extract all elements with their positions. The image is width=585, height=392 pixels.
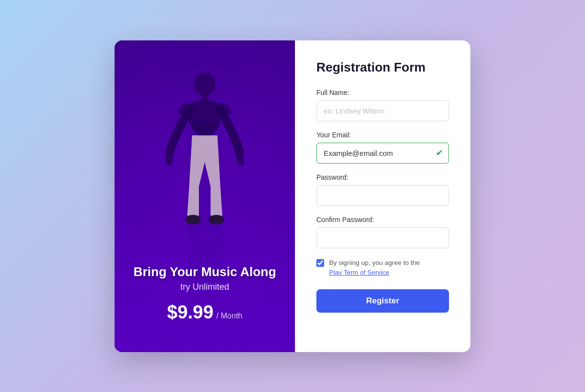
- full-name-wrapper: [316, 100, 449, 121]
- email-label: Your Email:: [316, 131, 449, 139]
- confirm-password-input[interactable]: [316, 227, 449, 248]
- terms-link[interactable]: Play Term of Service: [329, 269, 390, 276]
- left-content: Bring Your Music Along try Unlimited $9.…: [115, 264, 295, 322]
- password-input[interactable]: [316, 185, 449, 206]
- main-card: Bring Your Music Along try Unlimited $9.…: [115, 40, 470, 352]
- price-period: / Month: [216, 312, 242, 320]
- svg-point-5: [185, 215, 201, 224]
- tagline-sub: try Unlimited: [115, 282, 295, 292]
- confirm-password-group: Confirm Password:: [316, 216, 449, 248]
- email-group: Your Email: ✔: [316, 131, 449, 164]
- price-amount: $9.99: [167, 302, 214, 323]
- confirm-password-label: Confirm Password:: [316, 216, 449, 224]
- tagline-main: Bring Your Music Along: [115, 264, 295, 280]
- password-group: Password:: [316, 173, 449, 206]
- full-name-group: Full Name:: [316, 89, 449, 121]
- svg-point-6: [209, 215, 224, 224]
- email-wrapper: ✔: [316, 143, 449, 164]
- full-name-input[interactable]: [316, 100, 449, 121]
- price-container: $9.99 / Month: [115, 302, 295, 323]
- right-panel: Registration Form Full Name: Your Email:…: [295, 40, 470, 352]
- form-title: Registration Form: [316, 60, 449, 75]
- valid-check-icon: ✔: [436, 148, 443, 158]
- person-illustration: [166, 60, 244, 245]
- confirm-password-wrapper: [316, 227, 449, 248]
- password-label: Password:: [316, 173, 449, 181]
- email-input[interactable]: [316, 143, 449, 164]
- terms-checkbox[interactable]: [316, 259, 324, 267]
- password-wrapper: [316, 185, 449, 206]
- terms-text: By signing up, you agree to the Play Ter…: [329, 258, 420, 278]
- full-name-label: Full Name:: [316, 89, 449, 96]
- register-button[interactable]: Register: [316, 289, 449, 313]
- terms-row: By signing up, you agree to the Play Ter…: [316, 258, 449, 278]
- left-panel: Bring Your Music Along try Unlimited $9.…: [115, 40, 295, 352]
- svg-point-0: [194, 73, 215, 96]
